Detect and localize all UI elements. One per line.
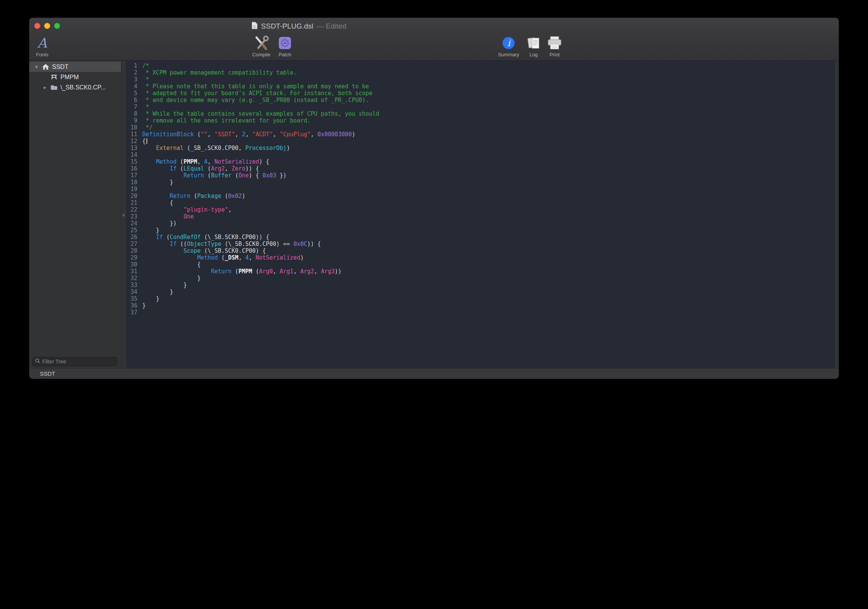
titlebar[interactable]: SSDT-PLUG.dsl — Edited xyxy=(29,18,839,35)
code-token xyxy=(142,213,183,220)
line-number: 32 xyxy=(126,275,137,282)
code-token: ProcessorObj xyxy=(245,145,286,151)
code-token xyxy=(142,268,211,275)
code-token: CondRefOf xyxy=(170,234,200,241)
line-number: 25 xyxy=(126,227,137,234)
code-token: Return xyxy=(170,193,190,199)
code-token: Arg0 xyxy=(259,268,273,275)
sidebar-tree: ▾SSDTPMPM▸\_SB.SCK0.CP... xyxy=(29,61,121,92)
line-number: 1 xyxy=(126,62,137,69)
patch-button[interactable]: Patch xyxy=(264,35,306,57)
line-number: 3 xyxy=(126,76,137,83)
code-token: } xyxy=(142,227,159,234)
code-token: 4 xyxy=(204,158,208,165)
code-token: ObjectType xyxy=(187,241,221,247)
code-token: * xyxy=(142,76,149,83)
print-button[interactable]: Print xyxy=(534,35,575,57)
code-token: , xyxy=(235,131,242,138)
code-editor[interactable]: 1234567891011121314151617181920212223242… xyxy=(126,61,835,368)
code-line: */ xyxy=(142,124,835,131)
line-number: 12 xyxy=(126,138,137,145)
status-text: SSDT xyxy=(40,370,55,377)
line-number: 27 xyxy=(126,241,137,247)
code-token: "ACDT" xyxy=(252,131,273,138)
code-line: Return (PMPM (Arg0, Arg1, Arg2, Arg3)) xyxy=(142,268,835,275)
code-line: * adapted to fit your board's ACPI stack… xyxy=(142,90,835,97)
code-line: } xyxy=(142,289,835,295)
tree-item-ssdt[interactable]: ▾SSDT xyxy=(29,62,121,72)
code-token: Arg2 xyxy=(211,165,225,172)
zoom-button[interactable] xyxy=(54,23,60,29)
splitter[interactable] xyxy=(121,61,126,368)
code-line: * xyxy=(142,76,835,83)
code-token: Method xyxy=(156,158,176,165)
code-token: (\_SB.SCK0.CP00) { xyxy=(201,247,266,254)
filter-input[interactable] xyxy=(42,359,114,365)
code-token: } xyxy=(142,302,146,309)
line-number: 13 xyxy=(126,145,137,151)
code-token: ( xyxy=(204,165,211,172)
close-button[interactable] xyxy=(34,23,40,29)
line-number: 2 xyxy=(126,69,137,76)
code-lines[interactable]: /* * XCPM power management compatibility… xyxy=(137,62,835,368)
app-window: SSDT-PLUG.dsl — Edited A Fonts Compile xyxy=(29,18,839,379)
code-line xyxy=(142,309,835,316)
code-line: } xyxy=(142,275,835,282)
code-token xyxy=(142,206,183,213)
disclosure-triangle-icon[interactable]: ▾ xyxy=(32,64,41,70)
code-token: Zero xyxy=(232,165,245,172)
code-token xyxy=(142,193,170,199)
code-token: 2 xyxy=(242,131,245,138)
code-token: { xyxy=(142,261,201,268)
code-token: * remove all the ones irrelevant for you… xyxy=(142,117,311,124)
code-token: * adapted to fit your board's ACPI stack… xyxy=(142,90,372,97)
code-token: "CpuPlug" xyxy=(280,131,310,138)
text-caret xyxy=(146,138,147,144)
minimize-button[interactable] xyxy=(44,23,50,29)
code-token: ( xyxy=(190,193,197,199)
code-token: One xyxy=(183,213,194,220)
line-number: 26 xyxy=(126,234,137,241)
code-token: ( xyxy=(204,172,211,179)
code-line xyxy=(142,151,835,158)
fonts-button[interactable]: A Fonts xyxy=(29,35,63,57)
code-token: ( xyxy=(221,193,228,199)
code-token: , xyxy=(228,206,232,213)
line-number: 33 xyxy=(126,282,137,289)
line-number: 4 xyxy=(126,83,137,90)
code-token: "SSDT" xyxy=(215,131,235,138)
tree-item-sb-sck0-cp[interactable]: ▸\_SB.SCK0.CP... xyxy=(29,82,121,92)
printer-icon xyxy=(546,35,563,51)
code-token xyxy=(142,145,156,151)
code-token: * XCPM power management compatibility ta… xyxy=(142,69,297,76)
code-token: Package xyxy=(197,193,221,199)
code-token: If xyxy=(170,165,176,172)
tree-item-pmpm[interactable]: PMPM xyxy=(29,72,121,82)
code-token: } xyxy=(142,282,187,289)
code-token: If xyxy=(156,234,163,241)
code-line: } xyxy=(142,302,835,309)
code-token: Arg2 xyxy=(300,268,314,275)
disclosure-triangle-icon[interactable]: ▸ xyxy=(41,84,49,90)
code-line: Method (_DSM, 4, NotSerialized) xyxy=(142,254,835,261)
code-token: )) { xyxy=(245,165,259,172)
code-token: * While the table contains several examp… xyxy=(142,110,379,117)
code-token xyxy=(142,158,156,165)
splitter-handle[interactable] xyxy=(122,214,125,217)
line-number: 14 xyxy=(126,151,137,158)
code-token: Buffer xyxy=(211,172,232,179)
code-token: ( xyxy=(232,268,238,275)
code-token xyxy=(142,172,183,179)
filter-field[interactable] xyxy=(32,357,117,366)
search-icon xyxy=(35,358,40,365)
code-line: "plugin-type", xyxy=(142,206,835,213)
line-number: 15 xyxy=(126,158,137,165)
code-token xyxy=(142,165,170,172)
code-token: ( xyxy=(218,254,225,261)
code-token: { xyxy=(142,199,173,206)
code-line: { xyxy=(142,138,835,145)
patch-gear-icon xyxy=(278,35,292,51)
code-token: NotSerialized xyxy=(215,158,259,165)
line-number: 28 xyxy=(126,247,137,254)
code-token: Method xyxy=(197,254,218,261)
